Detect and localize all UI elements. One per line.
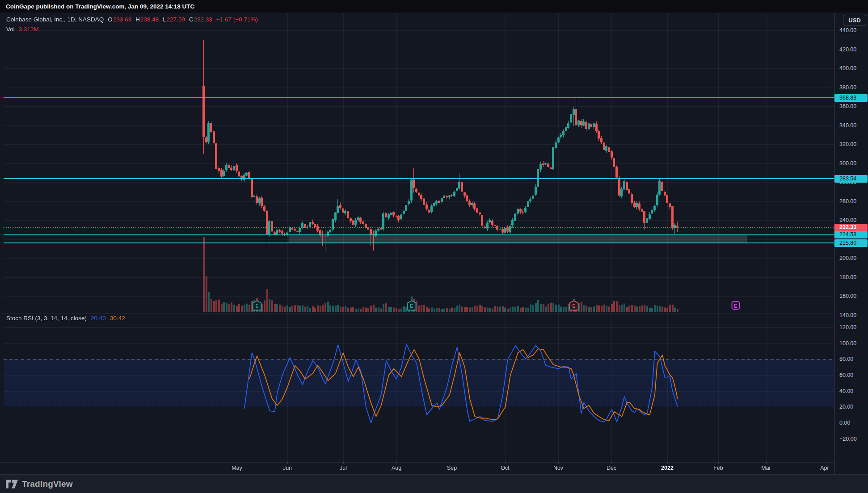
time-axis-tickmark [505, 462, 506, 464]
price-axis-tick: 400.00 [839, 65, 856, 72]
ohlc-open: O233.63 [108, 16, 131, 23]
price-level-badge: 215.80 [834, 239, 868, 247]
price-level-badge: 283.54 [834, 175, 868, 183]
time-axis-label: Oct [501, 465, 509, 471]
time-axis-tickmark [766, 462, 767, 464]
svg-text:E: E [255, 303, 258, 309]
price-axis-tick: 300.00 [839, 160, 856, 167]
time-axis-label: Nov [553, 465, 563, 471]
indicator-axis-tick: 100.00 [839, 340, 856, 347]
time-axis-tickmark [343, 462, 344, 464]
ohlc-close: C232.33 [189, 16, 212, 23]
price-axis-tick: 320.00 [839, 141, 856, 148]
ohlc-low: L227.59 [163, 16, 185, 23]
time-axis-tickmark [452, 462, 452, 464]
volume-label: Vol [6, 26, 15, 33]
price-axis-tick: 440.00 [839, 27, 856, 34]
symbol-title: Coinbase Global, Inc., 1D, NASDAQ [6, 16, 104, 23]
time-axis-tickmark [611, 462, 612, 464]
time-axis-tickmark [667, 462, 668, 464]
time-axis-label: May [232, 465, 242, 471]
stoch-d-value: 30.42 [110, 315, 125, 322]
volume-value: 3.312M [19, 26, 39, 33]
chart-canvas[interactable] [0, 13, 834, 474]
time-axis-border [0, 462, 834, 463]
stoch-k-value: 20.40 [91, 315, 106, 322]
price-axis-tick: 160.00 [839, 292, 856, 300]
time-axis-label: Jul [340, 465, 347, 471]
ohlc-high: H238.48 [135, 16, 159, 23]
indicator-axis-tick: 20.00 [839, 403, 853, 410]
time-axis-label: Feb [713, 465, 723, 471]
time-axis-tickmark [558, 462, 559, 464]
price-axis-tick: 340.00 [839, 122, 856, 129]
time-axis-tickmark [237, 462, 237, 464]
pane-separator[interactable] [0, 313, 834, 313]
time-axis-tickmark [287, 462, 288, 464]
volume-legend-row[interactable]: Vol 3.312M [6, 26, 39, 33]
earnings-icon[interactable]: E [569, 300, 579, 311]
price-axis-tick: 420.00 [839, 46, 856, 53]
svg-text:E: E [572, 303, 575, 309]
price-axis-tick: 380.00 [839, 84, 856, 91]
earnings-icon[interactable]: E [407, 300, 417, 311]
publish-info-text: CoinGape published on TradingView.com, J… [6, 3, 194, 10]
indicator-axis-tick: 60.00 [839, 372, 853, 379]
currency-toggle-button[interactable]: USD [843, 15, 866, 25]
time-axis-label: Apr [820, 465, 829, 471]
time-axis-label: Sep [447, 465, 457, 471]
time-axis-label: Aug [392, 465, 401, 471]
change-value: −1.67 (−0.71%) [216, 16, 258, 23]
indicator-axis-tick: −20.00 [839, 435, 857, 443]
indicator-axis-tick: 80.00 [839, 355, 853, 363]
svg-text:E: E [734, 303, 737, 309]
price-axis-tick: 360.00 [839, 103, 856, 110]
indicator-axis-tick: 40.00 [839, 388, 853, 395]
symbol-legend-row[interactable]: Coinbase Global, Inc., 1D, NASDAQ O233.6… [6, 16, 258, 23]
published-chart-page: CoinGape published on TradingView.com, J… [0, 0, 868, 493]
price-axis-tick: 180.00 [839, 274, 856, 281]
time-axis-tickmark [396, 462, 397, 464]
last-price-badge: 232.33 [834, 224, 868, 231]
stoch-rsi-label: Stoch RSI (3, 3, 14, 14, close) [6, 315, 87, 322]
price-axis-tick: 260.00 [839, 198, 856, 205]
price-level-badge: 224.58 [834, 231, 868, 238]
earnings-icon[interactable]: E [252, 300, 262, 311]
time-axis-label: 2022 [661, 465, 674, 471]
indicator-axis-tick: 0.00 [839, 419, 850, 426]
publish-info-bar: CoinGape published on TradingView.com, J… [0, 0, 868, 13]
price-axis-tick: 240.00 [839, 217, 856, 224]
time-axis-tickmark [825, 462, 825, 464]
stoch-rsi-legend-row[interactable]: Stoch RSI (3, 3, 14, 14, close) 20.40 30… [6, 315, 125, 322]
time-axis-label: Dec [607, 465, 616, 471]
indicator-axis-tick: 120.00 [839, 324, 856, 331]
price-level-badge: 368.83 [834, 94, 868, 102]
price-axis-tick: 140.00 [839, 312, 856, 319]
time-axis-tickmark [718, 462, 719, 464]
time-axis-label: Mar [761, 465, 771, 471]
earnings-icon[interactable]: E [731, 300, 741, 311]
footer-bar: TradingView [0, 474, 868, 493]
svg-text:E: E [410, 303, 413, 309]
time-axis-label: Jun [283, 465, 292, 471]
tradingview-logo-icon[interactable] [6, 479, 18, 489]
tradingview-brand-text[interactable]: TradingView [22, 479, 73, 489]
price-axis-tick: 200.00 [839, 255, 856, 262]
